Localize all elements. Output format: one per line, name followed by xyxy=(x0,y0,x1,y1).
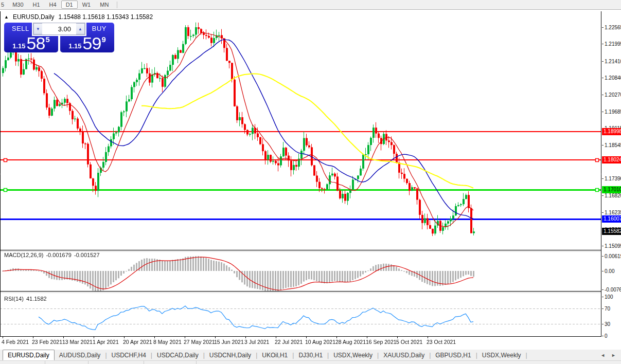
date-label: 23 Feb 2021 xyxy=(32,339,62,345)
symbol-tab-xauusd-daily[interactable]: XAUUSD,Daily xyxy=(379,350,429,360)
symbol-tab-audusd-daily[interactable]: AUDUSD,Daily xyxy=(55,350,105,360)
date-label: 10 Aug 2021 xyxy=(305,339,335,345)
rsi-indicator-label: RSI(14) 41.1582 xyxy=(4,296,47,302)
price-axis-tick: 1.18545 xyxy=(605,142,621,149)
timeframe-button-h4[interactable]: H4 xyxy=(45,1,61,9)
price-axis-tick: 1.21410 xyxy=(605,58,621,65)
tick-mark xyxy=(602,44,604,44)
symbol-tab-usdchf-h4[interactable]: USDCHF,H4 xyxy=(107,350,151,360)
date-label: 15 Jun 2021 xyxy=(214,339,244,345)
sell-button[interactable]: SELL xyxy=(12,25,29,32)
level-price-label: 1.16007 xyxy=(602,215,621,223)
price-axis-tick: 1.20840 xyxy=(605,75,621,81)
timeframe-button-h1[interactable]: H1 xyxy=(28,1,45,9)
sell-price: 1.15 58 5 xyxy=(4,34,58,52)
rsi-value: 41.1582 xyxy=(26,296,47,302)
macd-axis-tick: 0.006193 xyxy=(605,253,621,260)
timeframe-button-mn[interactable]: MN xyxy=(95,1,113,9)
volume-decrease-button[interactable]: ▼ xyxy=(33,23,42,34)
timeframe-button-m30[interactable]: M30 xyxy=(8,1,28,9)
level-price-label: 1.17010 xyxy=(602,186,621,193)
symbol-tab-usdx-weekly[interactable]: USDX,Weekly xyxy=(477,350,526,360)
buy-price-main: 59 xyxy=(83,34,101,52)
date-label: 3 Jul 2021 xyxy=(244,339,269,345)
tick-mark xyxy=(602,95,604,95)
level-price-label: 1.18024 xyxy=(602,156,621,163)
tick-mark xyxy=(602,308,604,309)
tab-scroll-controls: ◄► xyxy=(600,353,621,358)
volume-down-icon: ▼ xyxy=(36,27,40,31)
tab-separator: | xyxy=(526,352,527,359)
price-axis-tick: 1.21995 xyxy=(605,41,621,47)
timeframe-button-w1[interactable]: W1 xyxy=(78,1,96,9)
buy-button[interactable]: BUY xyxy=(92,25,107,32)
tick-mark xyxy=(602,27,604,28)
tick-mark xyxy=(602,297,604,297)
tick-direction-icon: ▲ xyxy=(4,14,9,20)
chart-window: ▲ EURUSD,Daily 1.15488 1.15618 1.15343 1… xyxy=(0,10,621,350)
timeframe-button-5[interactable]: 5 xyxy=(0,1,8,9)
tick-mark xyxy=(602,112,604,112)
symbol-tab-dj30-h1[interactable]: DJ30,H1 xyxy=(294,350,327,360)
status-segment xyxy=(144,361,197,364)
macd-value-main: -0.001679 xyxy=(46,252,72,258)
rsi-axis-tick: 70 xyxy=(605,305,610,312)
status-bar xyxy=(0,360,621,364)
date-label: 22 Jul 2021 xyxy=(275,339,303,345)
status-segment xyxy=(0,361,45,364)
date-label: 13 Mar 2021 xyxy=(62,339,93,345)
timeframe-toolbar: 5M30H1H4D1W1MN xyxy=(0,0,621,10)
tab-scroll-left-icon[interactable]: ◄ xyxy=(600,353,605,358)
terminal-window: 5M30H1H4D1W1MN ▲ EURUSD,Daily 1.15488 1.… xyxy=(0,0,621,364)
date-label: 4 Feb 2021 xyxy=(2,339,29,345)
buy-price: 1.15 59 9 xyxy=(60,34,114,52)
macd-axis-tick: 0.00 xyxy=(605,268,614,275)
date-label: 23 Oct 2021 xyxy=(427,339,456,345)
volume-increase-button[interactable]: ▲ xyxy=(76,23,85,34)
buy-price-prefix: 1.15 xyxy=(68,43,81,49)
current-price-label: 1.15582 xyxy=(602,228,621,235)
symbol-tab-gbpusd-h1[interactable]: GBPUSD,H1 xyxy=(431,350,475,360)
rsi-name: RSI(14) xyxy=(4,296,24,302)
symbol-tab-eurusd-daily[interactable]: EURUSD,Daily xyxy=(3,350,55,360)
tab-scroll-right-icon[interactable]: ► xyxy=(611,353,616,358)
tick-mark xyxy=(602,271,604,271)
price-axis-tick: 1.22565 xyxy=(605,24,621,31)
chart-ohlc-values: 1.15488 1.15618 1.15343 1.15582 xyxy=(59,13,153,21)
rsi-axis-tick: 100 xyxy=(605,294,613,300)
level-price-label: 1.18998 xyxy=(602,128,621,135)
macd-axis-tick: -0.007621 xyxy=(605,286,621,293)
macd-indicator-label: MACD(12,26,9) -0.001679 -0.001527 xyxy=(4,252,100,258)
tick-mark xyxy=(602,256,604,257)
sell-price-prefix: 1.15 xyxy=(12,43,25,49)
symbol-tab-usdcad-daily[interactable]: USDCAD,Daily xyxy=(152,350,203,360)
chart-canvas[interactable] xyxy=(0,10,602,339)
symbol-tab-bar: EURUSD,DailyAUDUSD,Daily|USDCHF,H4|USDCA… xyxy=(0,350,621,360)
price-axis-tick: 1.19685 xyxy=(605,108,621,115)
price-axis-tick: 1.17390 xyxy=(605,175,621,182)
macd-value-signal: -0.001527 xyxy=(74,252,100,258)
symbol-tab-usdx-weekly[interactable]: USDX,Weekly xyxy=(329,350,377,360)
symbol-tab-usdcnh-daily[interactable]: USDCNH,Daily xyxy=(205,350,256,360)
volume-value[interactable]: 3.00 xyxy=(42,23,76,34)
macd-name: MACD(12,26,9) xyxy=(4,252,43,258)
date-label: 27 May 2021 xyxy=(184,339,215,345)
price-axis-tick: 1.20270 xyxy=(605,92,621,98)
sell-price-sup: 5 xyxy=(45,35,49,43)
timeframe-button-d1[interactable]: D1 xyxy=(61,1,78,9)
price-axis[interactable]: 1.225651.219951.214101.208401.202701.196… xyxy=(602,10,621,350)
date-label: 16 Sep 2021 xyxy=(366,339,397,345)
tick-mark xyxy=(602,246,604,246)
tick-mark xyxy=(602,195,604,196)
symbol-tab-ukoil-h1[interactable]: UKOil,H1 xyxy=(257,350,292,360)
date-label: 28 Aug 2021 xyxy=(335,339,366,345)
status-segment xyxy=(45,361,88,364)
volume-up-icon: ▲ xyxy=(78,27,82,31)
tick-mark xyxy=(602,78,604,78)
date-label: 5 Oct 2021 xyxy=(396,339,422,345)
rsi-axis-tick: 0 xyxy=(605,333,608,339)
chart-symbol-label: EURUSD,Daily xyxy=(13,13,55,21)
rsi-axis-tick: 30 xyxy=(605,321,610,327)
date-label: 20 Apr 2021 xyxy=(123,339,152,345)
date-label: 1 Apr 2021 xyxy=(93,339,119,345)
